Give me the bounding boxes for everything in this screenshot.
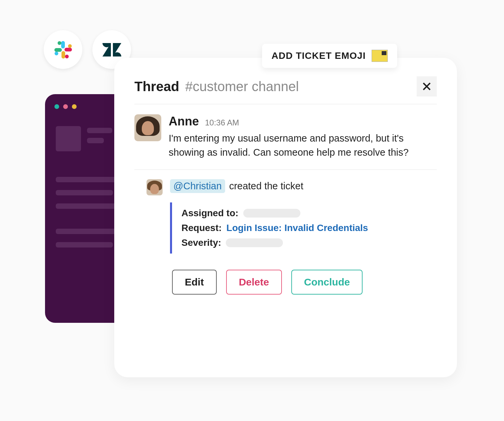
severity-value-placeholder [226, 238, 283, 247]
svg-rect-0 [61, 41, 65, 48]
sidebar-placeholder [56, 126, 81, 151]
thread-title: Thread [134, 79, 179, 94]
sidebar-placeholder [87, 128, 112, 133]
slack-logo [44, 30, 82, 69]
message-text: I'm entering my usual username and passw… [169, 131, 437, 159]
assigned-label: Assigned to: [181, 208, 239, 219]
delete-button[interactable]: Delete [226, 270, 282, 295]
window-dot [72, 104, 77, 109]
message-author: Anne [169, 114, 199, 128]
sidebar-placeholder [56, 190, 113, 195]
zendesk-icon [102, 41, 122, 58]
ticket-actions: Edit Delete Conclude [172, 270, 437, 295]
svg-rect-1 [54, 48, 62, 52]
user-mention[interactable]: @Christian [170, 179, 225, 193]
message-item: Anne 10:36 AM I'm entering my usual user… [134, 104, 437, 170]
sidebar-placeholder [56, 177, 123, 182]
sidebar-placeholder [56, 242, 113, 247]
request-link[interactable]: Login Issue: Invalid Credentials [226, 223, 368, 233]
request-label: Request: [181, 223, 222, 233]
thread-header: Thread #customer channel [134, 76, 437, 104]
message-time: 10:36 AM [205, 118, 239, 127]
window-controls [54, 104, 77, 109]
sidebar-placeholder [87, 138, 104, 143]
avatar [146, 179, 163, 195]
ticket-details: Assigned to: Request: Login Issue: Inval… [170, 202, 437, 254]
svg-rect-2 [61, 51, 65, 59]
slack-icon [54, 40, 73, 59]
window-dot [63, 104, 68, 109]
svg-point-5 [54, 51, 58, 55]
add-emoji-banner[interactable]: ADD TICKET EMOJI [262, 44, 397, 68]
svg-point-4 [57, 41, 61, 45]
thread-panel: Thread #customer channel Anne 10:36 AM I… [114, 58, 457, 377]
window-dot [54, 104, 59, 109]
assigned-value-placeholder [243, 209, 300, 218]
banner-label: ADD TICKET EMOJI [271, 50, 366, 61]
close-button[interactable] [417, 76, 437, 97]
sidebar-placeholder [56, 229, 123, 234]
avatar [134, 114, 161, 141]
close-icon [422, 82, 431, 91]
reply-item: @Christian created the ticket Assigned t… [134, 170, 437, 295]
conclude-button[interactable]: Conclude [291, 270, 363, 295]
svg-point-7 [68, 44, 72, 48]
svg-point-6 [65, 54, 69, 58]
severity-label: Severity: [181, 237, 221, 248]
svg-rect-3 [65, 48, 72, 51]
ticket-emoji-icon [372, 50, 388, 62]
reply-action-text: created the ticket [229, 181, 303, 192]
edit-button[interactable]: Edit [172, 270, 217, 295]
thread-channel: #customer channel [185, 79, 299, 94]
